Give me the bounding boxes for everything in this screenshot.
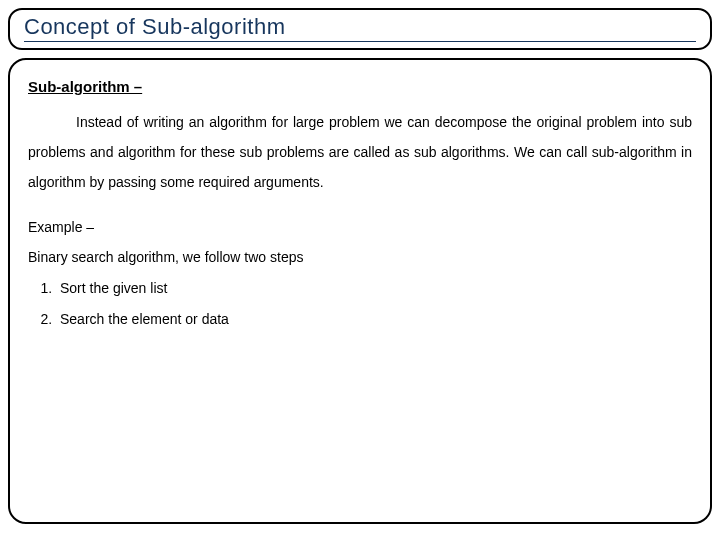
page-title: Concept of Sub-algorithm <box>24 14 696 42</box>
list-item: Search the element or data <box>56 308 692 330</box>
content-container: Sub-algorithm – Instead of writing an al… <box>8 58 712 524</box>
steps-list: Sort the given list Search the element o… <box>28 277 692 330</box>
example-label: Example – <box>28 219 692 235</box>
steps-intro: Binary search algorithm, we follow two s… <box>28 249 692 265</box>
title-container: Concept of Sub-algorithm <box>8 8 712 50</box>
subheading: Sub-algorithm – <box>28 78 692 95</box>
body-paragraph: Instead of writing an algorithm for larg… <box>28 107 692 197</box>
list-item: Sort the given list <box>56 277 692 299</box>
